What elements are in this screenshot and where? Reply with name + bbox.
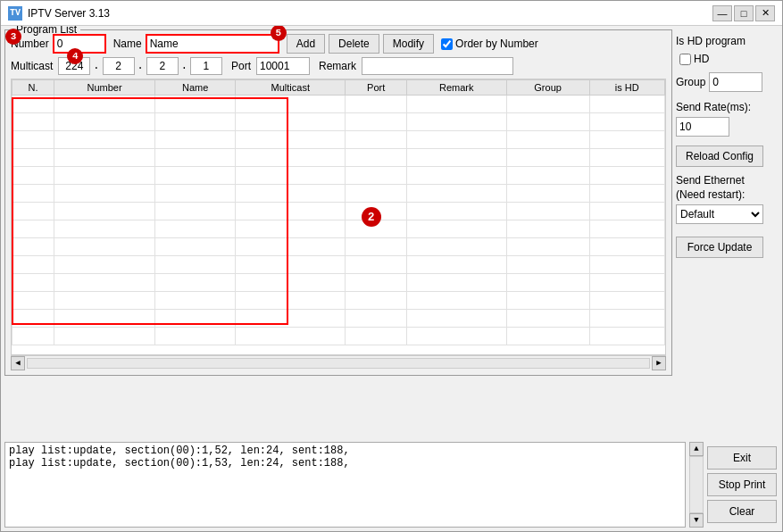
delete-button[interactable]: Delete: [329, 34, 379, 54]
th-number: Number: [54, 80, 155, 96]
log-scrollbar: ▲ ▼: [689, 442, 704, 528]
dot-3: .: [180, 60, 188, 72]
dot-2: .: [137, 60, 145, 72]
table-row: [12, 292, 665, 310]
th-name: Name: [155, 80, 236, 96]
badge-5: 5: [271, 26, 287, 41]
stop-print-button[interactable]: Stop Print: [707, 473, 777, 496]
order-by-number-checkbox[interactable]: [441, 38, 453, 50]
group-row: Group: [676, 72, 779, 92]
force-update-button[interactable]: Force Update: [676, 237, 763, 258]
hd-label: HD: [694, 53, 709, 65]
program-table: N. Number Name Multicast Port Remark Gro…: [12, 79, 665, 345]
name-label: Name: [113, 37, 142, 50]
scroll-right-arrow[interactable]: ▶: [652, 356, 666, 370]
table-row: [12, 256, 665, 274]
add-button[interactable]: Add: [287, 34, 325, 54]
titlebar-left: TV IPTV Server 3.13: [8, 6, 110, 21]
table-row: [12, 113, 665, 131]
remark-input[interactable]: [362, 57, 513, 75]
app-icon-text: TV: [10, 8, 21, 18]
table-row: [12, 203, 665, 220]
hd-program-label: Is HD program: [676, 35, 779, 47]
table-row: [12, 220, 665, 238]
table-row: [12, 274, 665, 292]
multicast-label: Multicast: [11, 60, 53, 72]
log-section: play list:update, section(00):1,52, len:…: [1, 442, 782, 531]
scroll-left-arrow[interactable]: ◀: [11, 356, 25, 370]
table-row: [12, 96, 665, 113]
minimize-button[interactable]: —: [712, 5, 732, 21]
need-restart-label: (Need restart):: [676, 188, 779, 201]
app-icon: TV: [8, 6, 22, 21]
modify-button[interactable]: Modify: [383, 34, 434, 54]
send-ethernet-label: Send Ethernet: [676, 174, 779, 187]
ethernet-dropdown[interactable]: Default: [676, 204, 763, 224]
main-window: TV IPTV Server 3.13 — □ ✕ Program List 3…: [0, 0, 783, 532]
program-list-group: Program List 3 Number Name 5 Ad: [4, 29, 672, 376]
th-port: Port: [346, 80, 407, 96]
toolbar-row-1: 3 Number Name 5 Add Delete Modify: [11, 34, 666, 54]
send-rate-input[interactable]: [676, 117, 729, 137]
table-row: [12, 131, 665, 149]
hd-checkbox[interactable]: [679, 54, 691, 65]
log-area: play list:update, section(00):1,52, len:…: [4, 442, 686, 528]
multicast-row: Multicast 4 . . . Port Remark: [11, 57, 666, 75]
multicast-2-input[interactable]: [103, 57, 135, 75]
reload-config-button[interactable]: Reload Config: [676, 145, 763, 167]
left-panel: Program List 3 Number Name 5 Ad: [4, 29, 672, 438]
th-multicast: Multicast: [236, 80, 346, 96]
log-buttons: Exit Stop Print Clear: [707, 442, 779, 528]
table-header-row: N. Number Name Multicast Port Remark Gro…: [12, 80, 665, 96]
hd-checkbox-row: HD: [679, 53, 779, 65]
maximize-button[interactable]: □: [734, 5, 754, 21]
badge-3: 3: [5, 29, 21, 45]
table-row: [12, 167, 665, 185]
port-input[interactable]: [256, 57, 310, 75]
th-group: Group: [506, 80, 589, 96]
th-n: N.: [12, 80, 54, 96]
log-scroll-down[interactable]: ▼: [689, 513, 704, 528]
log-line-1: play list:update, section(00):1,52, len:…: [9, 445, 681, 457]
horizontal-scrollbar: ◀ ▶: [11, 355, 666, 370]
group-input[interactable]: [709, 72, 762, 92]
dot-1: .: [92, 60, 100, 72]
table-row: [12, 185, 665, 203]
table-row: [12, 328, 665, 345]
exit-button[interactable]: Exit: [707, 446, 777, 470]
titlebar: TV IPTV Server 3.13 — □ ✕: [1, 1, 782, 26]
name-input[interactable]: [146, 34, 279, 54]
table-row: [12, 149, 665, 167]
table-body: [12, 96, 665, 345]
table-container: 2 N. Number Name Multicast Port Remark: [11, 79, 666, 355]
log-scroll-track[interactable]: [689, 456, 704, 513]
titlebar-controls: — □ ✕: [712, 5, 775, 21]
clear-button[interactable]: Clear: [707, 500, 777, 523]
scroll-track[interactable]: [27, 358, 650, 369]
window-title: IPTV Server 3.13: [28, 7, 110, 20]
table-row: [12, 238, 665, 256]
close-button[interactable]: ✕: [755, 5, 775, 21]
multicast-3-input[interactable]: [146, 57, 179, 75]
log-line-2: play list:update, section(00):1,53, len:…: [9, 457, 681, 470]
group-label-text: Group: [676, 76, 705, 88]
order-by-number-label: Order by Number: [441, 37, 538, 50]
main-content: Program List 3 Number Name 5 Ad: [1, 26, 782, 442]
remark-label: Remark: [319, 60, 356, 72]
table-row: [12, 310, 665, 328]
right-panel: Is HD program HD Group Send Rate(ms): Re…: [676, 29, 779, 438]
send-rate-label: Send Rate(ms):: [676, 101, 779, 113]
multicast-4-input[interactable]: [190, 57, 222, 75]
port-label: Port: [231, 60, 251, 72]
th-remark: Remark: [406, 80, 506, 96]
order-by-number-text: Order by Number: [455, 37, 538, 50]
th-ishd: is HD: [589, 80, 664, 96]
log-scroll-up[interactable]: ▲: [689, 442, 704, 456]
